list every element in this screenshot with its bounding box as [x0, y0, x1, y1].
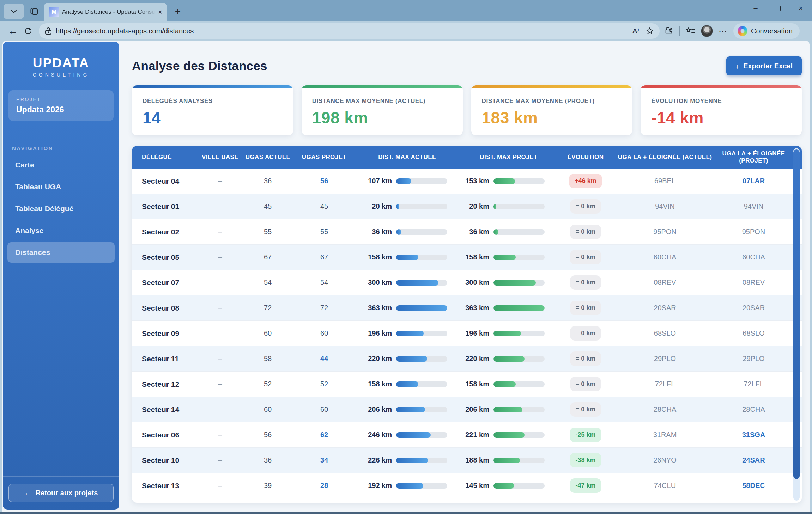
- cell-dist-max-projet: 36 km: [460, 228, 557, 236]
- window-restore-button[interactable]: [767, 0, 789, 16]
- table-row: Secteur 07–5454300 km300 km= 0 km08REV08…: [132, 270, 802, 295]
- tab-close-icon[interactable]: ×: [158, 8, 162, 16]
- cell-uga-projet: 72LFL: [716, 380, 791, 388]
- chevron-down-icon: [10, 9, 17, 13]
- distance-value: 363 km: [368, 304, 392, 312]
- sidebar-item-distances[interactable]: Distances: [7, 242, 115, 263]
- sidebar-item-tableau-uga[interactable]: Tableau UGA: [7, 177, 115, 197]
- tab-stacks-button[interactable]: [26, 4, 42, 19]
- browser-tab[interactable]: M Analyse Distances - Updata Consul ×: [44, 3, 167, 21]
- distance-bar-fill: [493, 356, 525, 362]
- read-aloud-icon[interactable]: A⁾: [632, 27, 639, 35]
- distance-bar-fill: [396, 280, 438, 286]
- extensions-icon[interactable]: [665, 26, 674, 36]
- distance-value: 220 km: [368, 355, 392, 363]
- cell-ville-base: –: [199, 456, 241, 464]
- reload-button[interactable]: [20, 23, 36, 39]
- cell-evolution: +46 km: [557, 174, 614, 188]
- scrollbar-thumb[interactable]: [793, 149, 800, 479]
- distance-bar: [493, 356, 545, 362]
- site-favicon: M: [49, 7, 59, 17]
- distance-bar-fill: [493, 331, 521, 336]
- cell-uga-projet: 31SGA: [716, 431, 791, 439]
- distance-value: 158 km: [465, 253, 489, 261]
- cell-delegue: Secteur 14: [132, 405, 199, 414]
- distance-bar: [493, 331, 545, 336]
- restore-icon: [776, 6, 781, 11]
- distance-value: 107 km: [368, 177, 392, 185]
- copilot-icon: [738, 26, 747, 36]
- cell-dist-max-projet: 145 km: [460, 482, 557, 490]
- stat-card-evolution: ÉVOLUTION MOYENNE -14 km: [641, 85, 802, 135]
- cell-dist-max-actuel: 206 km: [354, 405, 460, 414]
- cell-uga-projet: 08REV: [716, 279, 791, 287]
- webpage: UPDATA CONSULTING PROJET Updata 2026 NAV…: [2, 41, 810, 512]
- table-row: Secteur 04–3656107 km153 km+46 km69BEL07…: [132, 169, 802, 194]
- favorites-bar-icon[interactable]: [685, 27, 695, 35]
- profile-avatar[interactable]: [701, 25, 713, 37]
- distance-bar: [493, 229, 545, 235]
- cell-uga-actuel: 28CHA: [614, 405, 716, 414]
- cell-ville-base: –: [199, 279, 241, 287]
- distance-value: 158 km: [465, 380, 489, 388]
- url-text[interactable]: https://geosecto.updata-apps.com/distanc…: [56, 27, 629, 35]
- cell-dist-max-projet: 20 km: [460, 202, 557, 210]
- distance-bar-fill: [493, 483, 514, 489]
- distance-value: 20 km: [372, 202, 392, 210]
- cell-ugas-actuel: 36: [241, 177, 294, 185]
- distance-value: 246 km: [368, 431, 392, 439]
- cell-evolution: -38 km: [557, 453, 614, 467]
- table-scrollbar[interactable]: [793, 148, 800, 501]
- back-button[interactable]: ←: [5, 23, 20, 39]
- distance-bar: [493, 381, 545, 387]
- distance-value: 36 km: [469, 228, 489, 236]
- sidebar-item-analyse[interactable]: Analyse: [7, 220, 115, 241]
- col-dist-max-projet: DIST. MAX PROJET: [460, 154, 557, 161]
- window-close-button[interactable]: ×: [789, 0, 812, 16]
- distance-bar: [493, 204, 545, 209]
- distance-value: 145 km: [465, 482, 489, 490]
- brand-logo: UPDATA: [3, 56, 119, 71]
- distance-bar: [493, 458, 545, 463]
- table-row: Secteur 06–5662246 km221 km-25 km31RAM31…: [132, 422, 802, 448]
- cell-ugas-projet: 60: [294, 405, 354, 414]
- back-to-projects-button[interactable]: ← Retour aux projets: [8, 484, 114, 502]
- cell-uga-actuel: 74CLU: [614, 482, 716, 490]
- cell-ugas-actuel: 60: [241, 329, 294, 337]
- cell-evolution: = 0 km: [557, 301, 614, 315]
- favorite-star-icon[interactable]: [646, 27, 654, 35]
- address-bar[interactable]: https://geosecto.updata-apps.com/distanc…: [39, 23, 660, 39]
- more-options-button[interactable]: ⋯: [719, 26, 728, 36]
- cell-uga-projet: 07LAR: [716, 177, 791, 185]
- sidebar-item-tableau-delegue[interactable]: Tableau Délégué: [7, 198, 115, 219]
- distance-value: 363 km: [465, 304, 489, 312]
- distance-bar: [396, 483, 447, 489]
- col-delegue: DÉLÉGUÉ: [132, 154, 199, 161]
- export-excel-button[interactable]: ↓ Exporter Excel: [726, 56, 802, 75]
- cell-ville-base: –: [199, 228, 241, 236]
- cell-dist-max-projet: 363 km: [460, 304, 557, 312]
- sidebar-item-carte[interactable]: Carte: [7, 155, 115, 175]
- cell-dist-max-actuel: 192 km: [354, 482, 460, 490]
- distance-bar-fill: [493, 204, 496, 209]
- col-dist-max-actuel: DIST. MAX ACTUEL: [354, 154, 460, 161]
- download-icon: ↓: [735, 62, 739, 70]
- distance-value: 153 km: [465, 177, 489, 185]
- new-tab-button[interactable]: +: [170, 4, 186, 19]
- window-minimize-button[interactable]: –: [744, 0, 767, 16]
- cell-ugas-actuel: 45: [241, 202, 294, 210]
- tab-search-button[interactable]: [4, 4, 24, 19]
- cell-ville-base: –: [199, 253, 241, 261]
- copilot-button[interactable]: Conversation: [733, 23, 800, 39]
- table-row: Secteur 12–5252158 km158 km= 0 km72LFL72…: [132, 372, 802, 397]
- cell-ugas-projet: 52: [294, 380, 354, 388]
- distance-bar-fill: [396, 356, 427, 362]
- cell-ville-base: –: [199, 304, 241, 312]
- cell-evolution: = 0 km: [557, 275, 614, 290]
- export-excel-label: Exporter Excel: [743, 62, 793, 70]
- col-uga-eloignee-actuel: UGA LA + ÉLOIGNÉE (ACTUEL): [614, 154, 716, 161]
- distance-bar: [396, 178, 447, 184]
- distance-bar-fill: [493, 432, 525, 438]
- cell-ville-base: –: [199, 482, 241, 490]
- distance-bar: [396, 280, 447, 286]
